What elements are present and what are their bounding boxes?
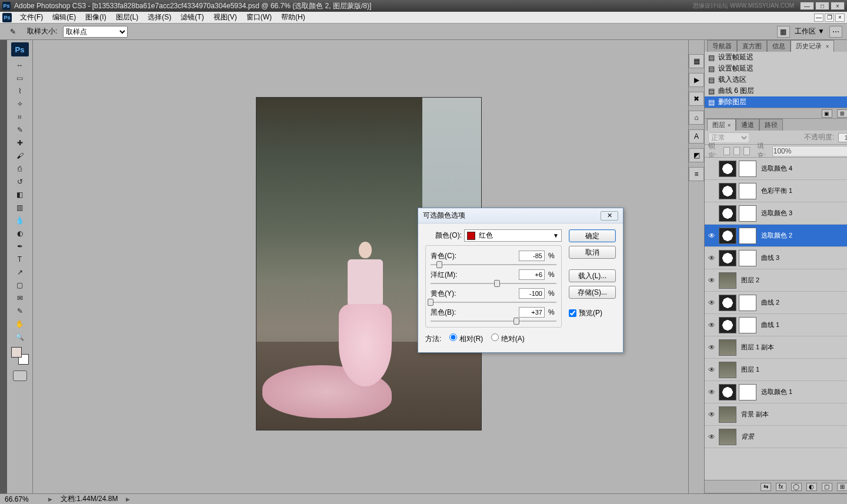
lock-position-button[interactable] [733, 147, 740, 155]
dialog-titlebar[interactable]: 可选颜色选项 ✕ [418, 208, 623, 223]
layer-name[interactable]: 图层 2 [739, 276, 847, 285]
layer-row[interactable]: 👁曲线 1 [705, 314, 847, 336]
layer-thumbnail[interactable] [719, 406, 736, 423]
window-maximize-button[interactable]: □ [815, 2, 829, 10]
crop-tool[interactable]: ⌗ [13, 111, 27, 124]
menu-1[interactable]: 编辑(E) [48, 12, 81, 22]
mask-thumbnail[interactable] [739, 183, 756, 199]
layer-thumbnail[interactable] [719, 161, 736, 177]
gradient-tool[interactable]: ▥ [13, 201, 27, 214]
layer-row[interactable]: 👁图层 1 [705, 359, 847, 381]
dialog-close-button[interactable]: ✕ [601, 211, 618, 221]
menu-3[interactable]: 图层(L) [111, 12, 144, 22]
window-close-button[interactable]: × [831, 2, 845, 10]
foreground-color-swatch[interactable] [11, 347, 22, 358]
preview-checkbox[interactable]: 预览(P) [569, 308, 616, 318]
menu-8[interactable]: 帮助(H) [276, 12, 310, 22]
layer-thumbnail[interactable] [719, 339, 736, 356]
layer-name[interactable]: 曲线 3 [759, 253, 847, 262]
mask-thumbnail[interactable] [739, 228, 756, 244]
slider-value-2[interactable] [519, 288, 545, 299]
history-row[interactable]: ▤曲线 6 图层 [705, 85, 847, 96]
visibility-toggle[interactable]: 👁 [707, 343, 716, 352]
mask-thumbnail[interactable] [739, 295, 756, 311]
dock-icon-3[interactable]: ⌂ [689, 111, 704, 125]
layer-thumbnail[interactable] [719, 272, 736, 289]
doc-minimize-button[interactable]: — [814, 14, 823, 22]
layer-row[interactable]: 选取颜色 3 [705, 202, 847, 225]
visibility-toggle[interactable]: 👁 [707, 321, 716, 330]
zoom-menu-icon[interactable]: ▶ [48, 496, 52, 502]
layers-tab-0[interactable]: 图层× [707, 119, 736, 131]
layer-name[interactable]: 图层 1 副本 [739, 343, 847, 352]
history-snapshot-button[interactable]: ▣ [822, 109, 832, 118]
shape-tool[interactable]: ▢ [13, 279, 27, 292]
doc-close-button[interactable]: × [835, 14, 845, 22]
menu-0[interactable]: 文件(F) [15, 12, 48, 22]
visibility-toggle[interactable]: 👁 [707, 432, 716, 442]
layer-fx-button[interactable]: fx [776, 483, 786, 491]
slider-value-1[interactable] [519, 269, 545, 280]
visibility-toggle[interactable]: 👁 [707, 298, 716, 308]
app-menu-icon[interactable]: Ps [2, 13, 12, 22]
mask-thumbnail[interactable] [739, 161, 756, 177]
color-dropdown[interactable]: 红色 ▼ [464, 229, 562, 242]
opacity-input[interactable] [838, 133, 847, 142]
layer-row[interactable]: 👁背景🔒 [705, 426, 847, 448]
history-brush-tool[interactable]: ↺ [13, 175, 27, 188]
layer-name[interactable]: 曲线 1 [759, 321, 847, 329]
visibility-toggle[interactable] [707, 186, 716, 196]
workspace-options-button[interactable]: ⋯ [829, 26, 842, 38]
dock-icon-6[interactable]: ≡ [689, 167, 704, 181]
load-button[interactable]: 载入(L)... [569, 269, 616, 282]
fill-input[interactable] [772, 146, 847, 156]
slider-track-1[interactable] [431, 281, 556, 286]
slider-track-0[interactable] [431, 262, 556, 267]
layer-row[interactable]: 👁图层 1 副本 [705, 336, 847, 359]
ok-button[interactable]: 确定 [569, 229, 616, 242]
visibility-toggle[interactable]: 👁 [707, 410, 716, 419]
layer-thumbnail[interactable] [719, 183, 736, 199]
layers-tab-2[interactable]: 路径 [759, 119, 783, 131]
visibility-toggle[interactable]: 👁 [707, 365, 716, 375]
dock-icon-5[interactable]: ◩ [689, 148, 704, 162]
brush-tool[interactable]: 🖌 [13, 149, 27, 162]
visibility-toggle[interactable] [707, 164, 716, 173]
layer-row[interactable]: 👁图层 2 [705, 269, 847, 292]
canvas-area[interactable]: 可选颜色选项 ✕ 颜色(O): 红色 ▼ 青色(C):%洋红(M):%黄色(Y)… [33, 40, 688, 493]
method-absolute-radio[interactable]: 绝对(A) [491, 333, 524, 344]
zoom-level[interactable]: 66.67% [5, 495, 40, 503]
cancel-button[interactable]: 取消 [569, 246, 616, 259]
move-tool[interactable]: ↔ [13, 59, 27, 72]
layer-row[interactable]: 色彩平衡 1 [705, 180, 847, 202]
menu-2[interactable]: 图像(I) [81, 12, 111, 22]
layer-row[interactable]: 👁曲线 3 [705, 247, 847, 269]
slider-value-3[interactable] [519, 307, 545, 318]
lock-all-button[interactable] [743, 147, 750, 155]
dock-icon-2[interactable]: ✖ [689, 92, 704, 106]
mask-thumbnail[interactable] [739, 384, 756, 400]
window-minimize-button[interactable]: — [800, 2, 814, 10]
menu-5[interactable]: 滤镜(T) [176, 12, 208, 22]
layer-name[interactable]: 选取颜色 3 [759, 209, 847, 218]
sample-size-select[interactable]: 取样点 [63, 26, 128, 38]
dodge-tool[interactable]: ◐ [13, 227, 27, 240]
layer-thumbnail[interactable] [719, 228, 736, 244]
heal-tool[interactable]: ✚ [13, 136, 27, 149]
mask-thumbnail[interactable] [739, 205, 756, 222]
layer-name[interactable]: 选取颜色 4 [759, 164, 847, 173]
dock-icon-0[interactable]: ▦ [689, 54, 704, 68]
history-tab-0[interactable]: 导航器 [707, 40, 737, 52]
layer-name[interactable]: 图层 1 [739, 365, 847, 374]
layer-thumbnail[interactable] [719, 429, 736, 445]
layer-name[interactable]: 曲线 2 [759, 298, 847, 307]
history-row[interactable]: ▤载入选区 [705, 74, 847, 85]
dock-icon-1[interactable]: ▶ [689, 73, 704, 87]
mask-thumbnail[interactable] [739, 250, 756, 266]
layer-name[interactable]: 背景 [739, 432, 847, 441]
workspace-menu[interactable]: 工作区 ▼ [795, 26, 825, 36]
marquee-tool[interactable]: ▭ [13, 72, 27, 85]
layer-name[interactable]: 背景 副本 [739, 410, 847, 419]
visibility-toggle[interactable]: 👁 [707, 253, 716, 263]
status-menu-icon[interactable]: ▶ [126, 496, 130, 502]
